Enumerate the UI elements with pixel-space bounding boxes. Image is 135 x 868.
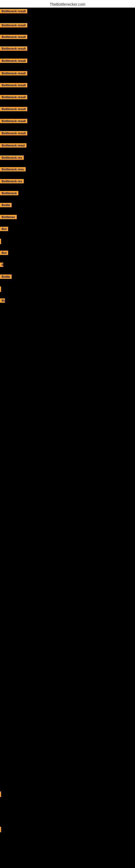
bottleneck-badge: Bottleneck result — [0, 83, 27, 87]
bottleneck-badge: Bottleneck resu — [0, 167, 26, 172]
bottleneck-badge: Bottleneck result — [0, 59, 27, 63]
bottleneck-badge: B — [0, 262, 3, 267]
bottleneck-badge: Bottleneck result — [0, 71, 27, 75]
bottleneck-badge: Bottleneck — [0, 191, 18, 195]
bottleneck-badge: Bottleneck result — [0, 9, 27, 13]
bottleneck-badge: Bottleneck res — [0, 155, 24, 160]
bottleneck-badge: Bottleneck result — [0, 35, 27, 39]
bottleneck-badge: Bottle — [0, 275, 12, 279]
bottleneck-badge — [0, 792, 1, 797]
bottleneck-badge: Bottleneck result — [0, 119, 27, 123]
bottleneck-badge: Bot — [0, 251, 8, 255]
bottleneck-badge: Bottleneck resul — [0, 143, 27, 148]
bottleneck-badge — [0, 286, 1, 292]
bottleneck-badge: Bottleneck result — [0, 95, 27, 99]
bottleneck-badge: Bo — [0, 299, 5, 303]
site-title: TheBottlenecker.com — [0, 0, 135, 8]
bottleneck-badge: Bottleneck result — [0, 46, 27, 51]
bottleneck-badge: Bottleneck res — [0, 179, 24, 183]
bottleneck-badge: Bottleneck result — [0, 23, 27, 27]
bottleneck-badge: Bot — [0, 227, 8, 231]
bottleneck-badge: Bottle — [0, 203, 12, 207]
bottleneck-badge: Bottlenec — [0, 215, 17, 219]
bottleneck-badge — [0, 239, 1, 244]
bottleneck-badge: Bottleneck result — [0, 131, 27, 135]
bottleneck-badge: Bottleneck result — [0, 107, 27, 111]
bottleneck-badge — [0, 827, 1, 832]
